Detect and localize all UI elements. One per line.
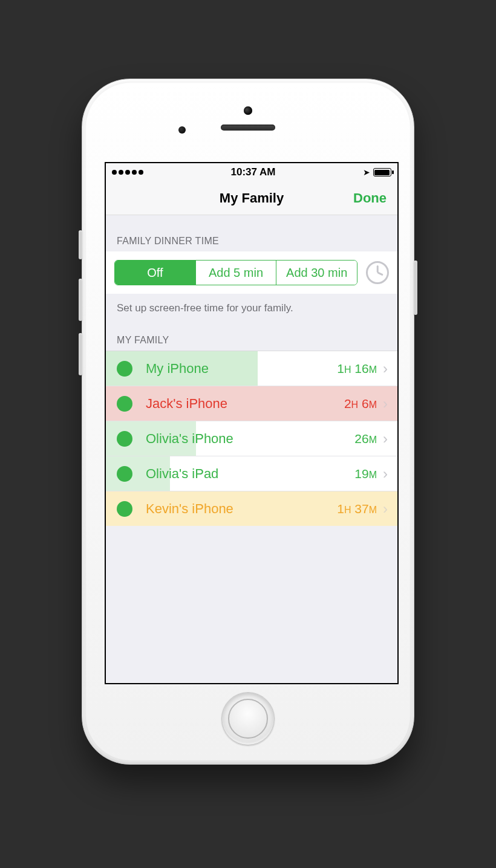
device-name: My iPhone	[146, 361, 337, 377]
battery-icon	[373, 168, 391, 177]
device-time: 26M	[354, 432, 377, 446]
dinner-footer: Set up screen-free time for your family.	[106, 294, 397, 314]
screen: 10:37 AM ➤ My Family Done FAMILY DINNER …	[105, 162, 399, 684]
done-button[interactable]: Done	[353, 190, 387, 206]
device-name: Olivia's iPad	[146, 466, 354, 482]
family-row[interactable]: Kevin's iPhone1H 37M›	[106, 491, 397, 526]
device-name: Olivia's iPhone	[146, 431, 354, 447]
status-dot-icon	[117, 361, 132, 377]
page-title: My Family	[220, 190, 284, 206]
family-row[interactable]: Olivia's iPhone26M›	[106, 421, 397, 456]
segment-off[interactable]: Off	[115, 261, 195, 285]
device-name: Kevin's iPhone	[146, 501, 337, 517]
status-bar: 10:37 AM ➤	[106, 163, 397, 181]
status-dot-icon	[117, 501, 132, 517]
device-time: 2H 6M	[344, 397, 377, 411]
clock: 10:37 AM	[230, 166, 275, 178]
status-dot-icon	[117, 431, 132, 447]
section-header-family: MY FAMILY	[106, 314, 397, 351]
status-dot-icon	[117, 466, 132, 482]
chevron-right-icon: ›	[383, 500, 388, 517]
proximity-sensor	[178, 126, 186, 134]
family-row[interactable]: Jack's iPhone2H 6M›	[106, 386, 397, 421]
family-row[interactable]: My iPhone1H 16M›	[106, 351, 397, 386]
chevron-right-icon: ›	[383, 395, 388, 412]
ear-speaker	[221, 125, 275, 131]
power-button[interactable]	[414, 261, 417, 315]
status-dot-icon	[117, 396, 132, 412]
location-icon: ➤	[363, 167, 370, 177]
family-row[interactable]: Olivia's iPad19M›	[106, 456, 397, 491]
signal-dots-icon	[112, 170, 143, 175]
front-camera	[244, 106, 252, 115]
dinner-segmented-control[interactable]: OffAdd 5 minAdd 30 min	[114, 260, 357, 285]
schedule-clock-icon[interactable]	[366, 261, 389, 284]
section-header-dinner: FAMILY DINNER TIME	[106, 215, 397, 251]
volume-up-button[interactable]	[79, 279, 82, 321]
family-list: My iPhone1H 16M›Jack's iPhone2H 6M›Olivi…	[106, 351, 397, 526]
mute-switch[interactable]	[79, 230, 82, 259]
phone-frame: 10:37 AM ➤ My Family Done FAMILY DINNER …	[82, 79, 414, 765]
dinner-row: OffAdd 5 minAdd 30 min	[106, 251, 397, 294]
volume-down-button[interactable]	[79, 333, 82, 375]
device-time: 1H 37M	[337, 502, 377, 516]
chevron-right-icon: ›	[383, 360, 388, 377]
chevron-right-icon: ›	[383, 430, 388, 447]
device-time: 1H 16M	[337, 361, 377, 376]
device-name: Jack's iPhone	[146, 396, 344, 412]
chevron-right-icon: ›	[383, 465, 388, 482]
nav-bar: My Family Done	[106, 181, 397, 215]
home-button[interactable]	[221, 692, 275, 745]
device-time: 19M	[354, 467, 377, 481]
segment-add-5-min[interactable]: Add 5 min	[195, 261, 276, 285]
segment-add-30-min[interactable]: Add 30 min	[276, 261, 357, 285]
